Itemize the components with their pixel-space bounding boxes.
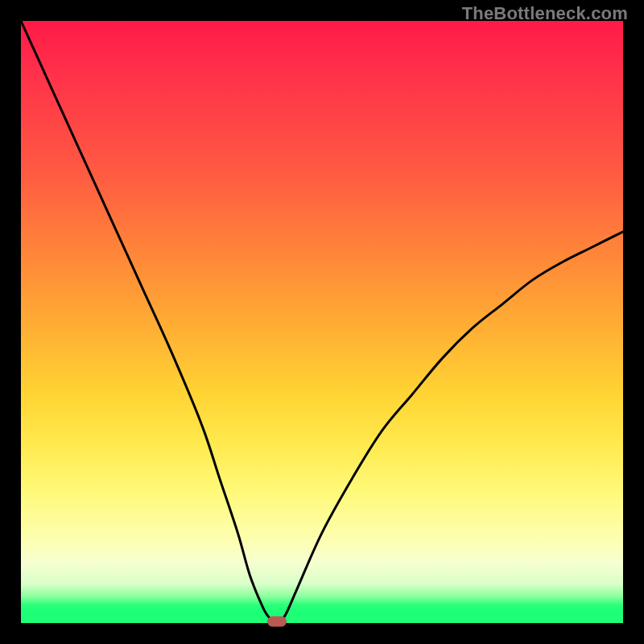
optimum-marker (267, 617, 287, 627)
chart-plot-area (21, 21, 623, 623)
chart-frame: TheBottleneck.com (0, 0, 644, 644)
watermark-text: TheBottleneck.com (462, 3, 628, 24)
